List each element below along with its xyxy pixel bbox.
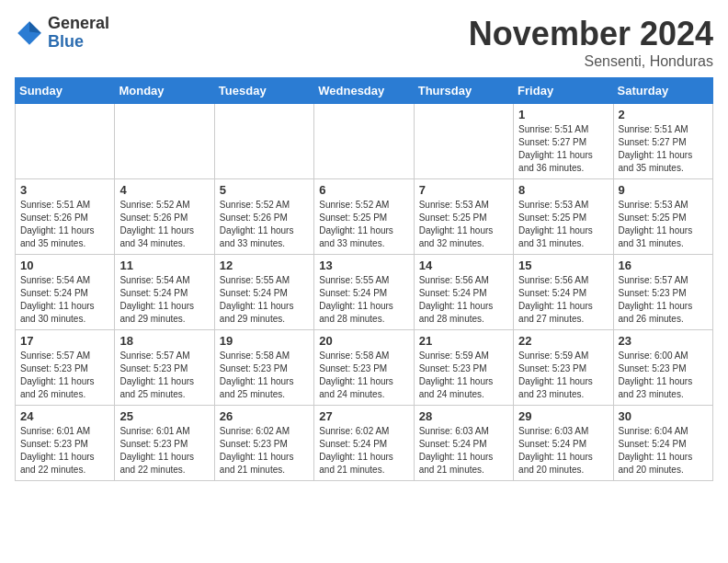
day-number: 3 <box>20 183 109 197</box>
day-number: 13 <box>319 259 408 272</box>
day-number: 18 <box>119 334 209 348</box>
day-number: 28 <box>419 409 508 423</box>
week-row-2: 3Sunrise: 5:51 AM Sunset: 5:26 PM Daylig… <box>16 179 713 255</box>
day-info: Sunrise: 6:03 AM Sunset: 5:24 PM Dayligh… <box>518 425 608 477</box>
day-number: 8 <box>518 183 608 197</box>
calendar-day-cell: 24Sunrise: 6:01 AM Sunset: 5:23 PM Dayli… <box>16 406 115 481</box>
calendar-day-cell: 12Sunrise: 5:55 AM Sunset: 5:24 PM Dayli… <box>214 255 313 330</box>
day-number: 7 <box>419 183 508 197</box>
logo-general-text: General <box>48 15 109 33</box>
weekday-header-row: SundayMondayTuesdayWednesdayThursdayFrid… <box>16 78 713 104</box>
day-info: Sunrise: 5:55 AM Sunset: 5:24 PM Dayligh… <box>220 274 309 326</box>
day-info: Sunrise: 6:04 AM Sunset: 5:24 PM Dayligh… <box>619 425 708 477</box>
calendar-day-cell: 18Sunrise: 5:57 AM Sunset: 5:23 PM Dayli… <box>115 330 214 406</box>
svg-marker-1 <box>29 21 41 33</box>
day-number: 30 <box>619 409 708 423</box>
day-number: 20 <box>319 334 408 348</box>
location-text: Sensenti, Honduras <box>469 53 713 70</box>
calendar-day-cell: 13Sunrise: 5:55 AM Sunset: 5:24 PM Dayli… <box>314 255 414 330</box>
logo: General Blue <box>15 15 109 52</box>
calendar-day-cell: 8Sunrise: 5:53 AM Sunset: 5:25 PM Daylig… <box>514 179 613 255</box>
calendar-day-cell: 5Sunrise: 5:52 AM Sunset: 5:26 PM Daylig… <box>214 179 313 255</box>
day-number: 16 <box>619 259 708 272</box>
day-info: Sunrise: 5:52 AM Sunset: 5:26 PM Dayligh… <box>119 199 209 250</box>
day-info: Sunrise: 5:57 AM Sunset: 5:23 PM Dayligh… <box>119 350 209 401</box>
day-info: Sunrise: 5:51 AM Sunset: 5:27 PM Dayligh… <box>518 123 608 175</box>
day-number: 6 <box>319 183 408 197</box>
calendar-day-cell: 14Sunrise: 5:56 AM Sunset: 5:24 PM Dayli… <box>414 255 513 330</box>
day-info: Sunrise: 5:59 AM Sunset: 5:23 PM Dayligh… <box>419 350 508 401</box>
day-info: Sunrise: 5:55 AM Sunset: 5:24 PM Dayligh… <box>319 274 408 326</box>
logo-icon <box>15 18 44 48</box>
weekday-header-monday: Monday <box>115 78 214 104</box>
day-number: 22 <box>518 334 608 348</box>
day-info: Sunrise: 6:03 AM Sunset: 5:24 PM Dayligh… <box>419 425 508 477</box>
day-info: Sunrise: 5:51 AM Sunset: 5:26 PM Dayligh… <box>20 199 109 250</box>
day-info: Sunrise: 5:54 AM Sunset: 5:24 PM Dayligh… <box>20 274 109 326</box>
day-number: 21 <box>419 334 508 348</box>
month-title: November 2024 <box>469 15 713 53</box>
day-info: Sunrise: 5:56 AM Sunset: 5:24 PM Dayligh… <box>419 274 508 326</box>
day-number: 10 <box>20 259 109 272</box>
day-info: Sunrise: 5:57 AM Sunset: 5:23 PM Dayligh… <box>619 274 708 326</box>
page-header: General Blue November 2024 Sensenti, Hon… <box>15 15 713 70</box>
day-number: 19 <box>220 334 309 348</box>
calendar-day-cell: 29Sunrise: 6:03 AM Sunset: 5:24 PM Dayli… <box>514 406 613 481</box>
calendar-day-cell <box>414 104 513 179</box>
day-info: Sunrise: 6:02 AM Sunset: 5:24 PM Dayligh… <box>319 425 408 477</box>
day-number: 4 <box>119 183 209 197</box>
day-info: Sunrise: 5:53 AM Sunset: 5:25 PM Dayligh… <box>518 199 608 250</box>
day-info: Sunrise: 5:58 AM Sunset: 5:23 PM Dayligh… <box>220 350 309 401</box>
calendar-day-cell <box>214 104 313 179</box>
day-info: Sunrise: 6:00 AM Sunset: 5:23 PM Dayligh… <box>619 350 708 401</box>
day-info: Sunrise: 5:53 AM Sunset: 5:25 PM Dayligh… <box>419 199 508 250</box>
calendar-day-cell: 6Sunrise: 5:52 AM Sunset: 5:25 PM Daylig… <box>314 179 414 255</box>
day-number: 17 <box>20 334 109 348</box>
day-info: Sunrise: 5:53 AM Sunset: 5:25 PM Dayligh… <box>619 199 708 250</box>
day-number: 26 <box>220 409 309 423</box>
calendar-day-cell: 2Sunrise: 5:51 AM Sunset: 5:27 PM Daylig… <box>613 104 712 179</box>
calendar-day-cell: 26Sunrise: 6:02 AM Sunset: 5:23 PM Dayli… <box>214 406 313 481</box>
calendar-day-cell: 28Sunrise: 6:03 AM Sunset: 5:24 PM Dayli… <box>414 406 513 481</box>
logo-blue-text: Blue <box>48 33 109 52</box>
day-number: 5 <box>220 183 309 197</box>
day-number: 11 <box>119 259 209 272</box>
day-info: Sunrise: 5:52 AM Sunset: 5:25 PM Dayligh… <box>319 199 408 250</box>
weekday-header-saturday: Saturday <box>613 78 712 104</box>
calendar-day-cell: 25Sunrise: 6:01 AM Sunset: 5:23 PM Dayli… <box>115 406 214 481</box>
day-number: 25 <box>119 409 209 423</box>
calendar-day-cell <box>16 104 115 179</box>
day-info: Sunrise: 5:59 AM Sunset: 5:23 PM Dayligh… <box>518 350 608 401</box>
calendar-day-cell: 3Sunrise: 5:51 AM Sunset: 5:26 PM Daylig… <box>16 179 115 255</box>
day-info: Sunrise: 6:01 AM Sunset: 5:23 PM Dayligh… <box>119 425 209 477</box>
day-number: 14 <box>419 259 508 272</box>
day-info: Sunrise: 5:54 AM Sunset: 5:24 PM Dayligh… <box>119 274 209 326</box>
calendar-day-cell: 17Sunrise: 5:57 AM Sunset: 5:23 PM Dayli… <box>16 330 115 406</box>
calendar-day-cell: 21Sunrise: 5:59 AM Sunset: 5:23 PM Dayli… <box>414 330 513 406</box>
weekday-header-thursday: Thursday <box>414 78 513 104</box>
calendar-day-cell: 19Sunrise: 5:58 AM Sunset: 5:23 PM Dayli… <box>214 330 313 406</box>
calendar-day-cell: 15Sunrise: 5:56 AM Sunset: 5:24 PM Dayli… <box>514 255 613 330</box>
day-info: Sunrise: 5:56 AM Sunset: 5:24 PM Dayligh… <box>518 274 608 326</box>
week-row-3: 10Sunrise: 5:54 AM Sunset: 5:24 PM Dayli… <box>16 255 713 330</box>
day-number: 24 <box>20 409 109 423</box>
calendar-day-cell <box>115 104 214 179</box>
week-row-4: 17Sunrise: 5:57 AM Sunset: 5:23 PM Dayli… <box>16 330 713 406</box>
calendar-table: SundayMondayTuesdayWednesdayThursdayFrid… <box>15 77 713 481</box>
day-number: 9 <box>619 183 708 197</box>
day-number: 1 <box>518 108 608 121</box>
calendar-day-cell: 1Sunrise: 5:51 AM Sunset: 5:27 PM Daylig… <box>514 104 613 179</box>
day-info: Sunrise: 6:01 AM Sunset: 5:23 PM Dayligh… <box>20 425 109 477</box>
calendar-day-cell: 30Sunrise: 6:04 AM Sunset: 5:24 PM Dayli… <box>613 406 712 481</box>
day-info: Sunrise: 5:51 AM Sunset: 5:27 PM Dayligh… <box>619 123 708 175</box>
day-info: Sunrise: 6:02 AM Sunset: 5:23 PM Dayligh… <box>220 425 309 477</box>
day-info: Sunrise: 5:57 AM Sunset: 5:23 PM Dayligh… <box>20 350 109 401</box>
calendar-day-cell: 27Sunrise: 6:02 AM Sunset: 5:24 PM Dayli… <box>314 406 414 481</box>
calendar-day-cell <box>314 104 414 179</box>
day-number: 23 <box>619 334 708 348</box>
weekday-header-tuesday: Tuesday <box>214 78 313 104</box>
calendar-day-cell: 11Sunrise: 5:54 AM Sunset: 5:24 PM Dayli… <box>115 255 214 330</box>
day-info: Sunrise: 5:58 AM Sunset: 5:23 PM Dayligh… <box>319 350 408 401</box>
calendar-day-cell: 20Sunrise: 5:58 AM Sunset: 5:23 PM Dayli… <box>314 330 414 406</box>
day-number: 15 <box>518 259 608 272</box>
